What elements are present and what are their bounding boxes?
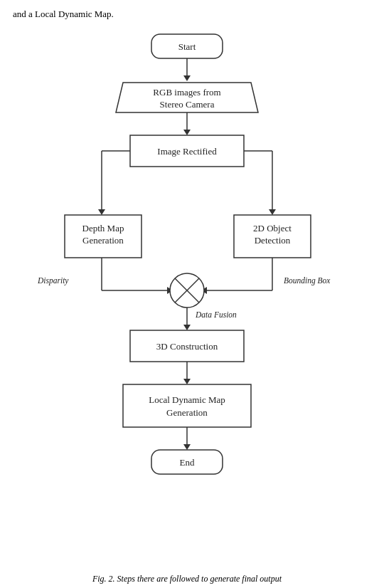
top-text: and a Local Dynamic Map. [0, 7, 374, 27]
object-detection-label-1: 2D Object [253, 223, 292, 233]
rgb-input-label-2: Stereo Camera [160, 99, 215, 110]
local-dynamic-label-2: Generation [166, 407, 208, 418]
image-rectified-label: Image Rectified [157, 146, 217, 157]
bounding-box-label: Bounding Box [284, 276, 331, 285]
end-label: End [180, 457, 195, 468]
svg-marker-19 [183, 325, 191, 330]
depth-map-label-1: Depth Map [82, 223, 124, 233]
flowchart-diagram: .fc-text { font-family: 'Times New Roman… [31, 27, 343, 568]
svg-marker-23 [183, 444, 191, 450]
local-dynamic-node [123, 384, 251, 427]
depth-map-label-2: Generation [82, 235, 124, 246]
data-fusion-label: Data Fusion [195, 310, 237, 319]
figure-caption: Fig. 2. Steps there are followed to gene… [0, 568, 374, 587]
svg-marker-9 [269, 209, 276, 215]
object-detection-label-2: Detection [255, 235, 291, 246]
start-label: Start [178, 41, 196, 52]
svg-marker-21 [183, 379, 191, 384]
svg-marker-3 [183, 130, 191, 135]
disparity-label: Disparity [37, 276, 69, 285]
svg-marker-6 [98, 209, 105, 215]
rgb-input-label-1: RGB images from [153, 87, 220, 98]
local-dynamic-label-1: Local Dynamic Map [149, 394, 225, 405]
svg-marker-1 [183, 75, 191, 81]
construction-3d-label: 3D Construction [156, 341, 218, 352]
